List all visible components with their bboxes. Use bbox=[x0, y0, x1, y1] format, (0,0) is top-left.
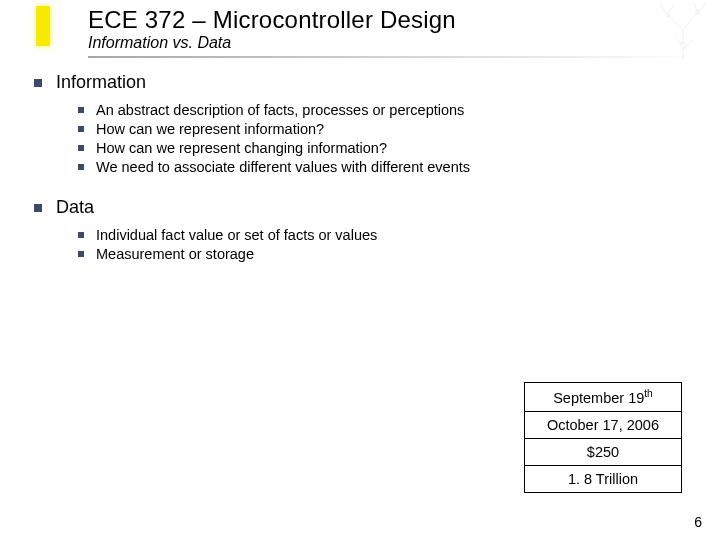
slide-body: Information An abstract description of f… bbox=[16, 72, 706, 284]
list-item: How can we represent information? bbox=[96, 121, 324, 137]
bullet-icon bbox=[78, 251, 84, 257]
title-underline bbox=[88, 56, 698, 58]
list-item: Measurement or storage bbox=[96, 246, 254, 262]
bullet-icon bbox=[34, 79, 42, 87]
svg-point-1 bbox=[666, 13, 670, 17]
table-row: $250 bbox=[524, 438, 681, 465]
accent-bar bbox=[36, 6, 50, 46]
table-row: September 19th bbox=[524, 383, 681, 412]
bullet-icon bbox=[78, 164, 84, 170]
svg-point-2 bbox=[696, 10, 700, 14]
list-item: How can we represent changing informatio… bbox=[96, 140, 387, 156]
slide-subtitle: Information vs. Data bbox=[88, 34, 456, 52]
page-number: 6 bbox=[694, 514, 702, 530]
bullet-icon bbox=[78, 232, 84, 238]
bullet-icon bbox=[78, 145, 84, 151]
section-heading: Information bbox=[56, 72, 146, 93]
table-row: 1. 8 Trillion bbox=[524, 465, 681, 492]
table-row: October 17, 2006 bbox=[524, 411, 681, 438]
bullet-icon bbox=[78, 126, 84, 132]
list-item: We need to associate different values wi… bbox=[96, 159, 470, 175]
bullet-icon bbox=[78, 107, 84, 113]
decorative-graphic bbox=[648, 0, 718, 62]
list-item: Individual fact value or set of facts or… bbox=[96, 227, 377, 243]
list-item: An abstract description of facts, proces… bbox=[96, 102, 464, 118]
svg-point-0 bbox=[680, 42, 686, 48]
bullet-icon bbox=[34, 204, 42, 212]
example-table: September 19th October 17, 2006 $250 1. … bbox=[524, 382, 682, 493]
section-heading: Data bbox=[56, 197, 94, 218]
course-title: ECE 372 – Microcontroller Design bbox=[88, 6, 456, 34]
